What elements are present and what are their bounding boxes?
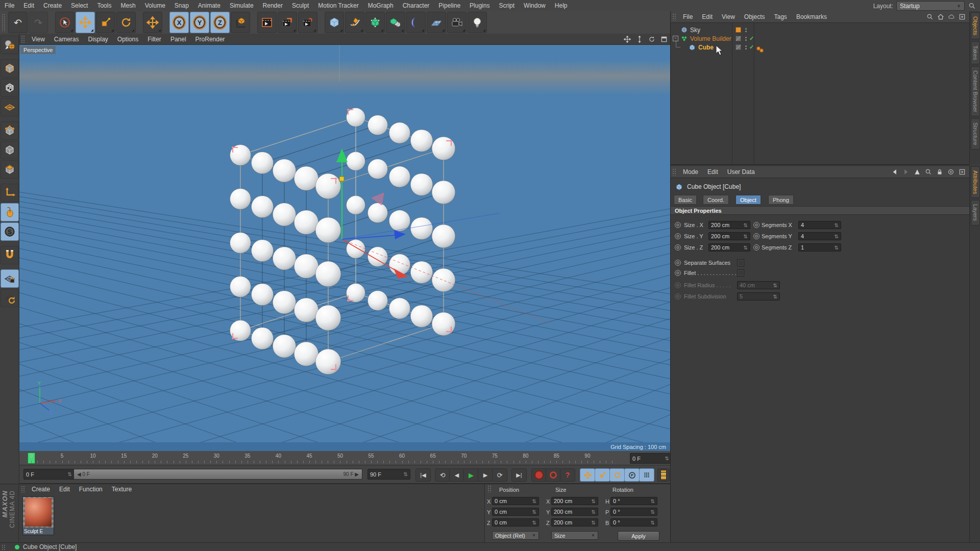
coords-field-rotation-p[interactable]: 0 °⇅: [610, 508, 657, 516]
rotate-workplane-button[interactable]: [1, 289, 19, 307]
frame-spinner[interactable]: 0 F ⇅: [23, 469, 75, 480]
zoom-icon[interactable]: [635, 35, 644, 43]
viewport-menubar-grip[interactable]: [21, 35, 26, 43]
viewport-menu-cameras[interactable]: Cameras: [50, 34, 84, 45]
key-radio[interactable]: [675, 270, 681, 276]
coords-mode-dropdown[interactable]: Object (Rel) ▼: [492, 531, 539, 540]
value-field[interactable]: 4⇅: [798, 221, 841, 229]
pan-icon[interactable]: [623, 35, 631, 43]
object-manager-menu-edit[interactable]: Edit: [697, 11, 717, 22]
checkbox[interactable]: [737, 269, 744, 277]
key-radio[interactable]: [675, 222, 681, 228]
floor-button[interactable]: [427, 12, 446, 33]
viewport-menu-options[interactable]: Options: [113, 34, 143, 45]
live-selection-button[interactable]: [55, 12, 75, 33]
side-tab-layers[interactable]: Layers: [971, 200, 980, 225]
menu-script[interactable]: Script: [494, 0, 519, 11]
object-manager-menu-file[interactable]: File: [678, 11, 697, 22]
workplane-mode-button[interactable]: [1, 98, 19, 116]
side-tab-structure[interactable]: Structure: [971, 118, 980, 149]
polygons-mode-button[interactable]: [1, 160, 19, 179]
menu-sculpt[interactable]: Sculpt: [287, 0, 313, 11]
key-radio[interactable]: [753, 222, 760, 228]
side-tab-content-browser[interactable]: Content Browser: [971, 66, 980, 116]
focus-icon[interactable]: [947, 168, 955, 176]
menu-volume[interactable]: Volume: [140, 0, 170, 11]
material-menu-edit[interactable]: Edit: [55, 484, 75, 495]
goto-start-button[interactable]: |◀: [415, 468, 431, 482]
up-icon[interactable]: [913, 168, 921, 176]
y-axis-lock-button[interactable]: Y: [190, 12, 209, 33]
menu-select[interactable]: Select: [66, 0, 92, 11]
texture-mode-button[interactable]: [1, 79, 19, 97]
tag-icons[interactable]: [756, 44, 765, 52]
viewport-canvas[interactable]: Perspective Y X Z Grid Spacing : 100 cm: [19, 45, 670, 451]
maximize-view-icon[interactable]: [660, 35, 668, 43]
toolbar-grip[interactable]: [2, 14, 6, 31]
search-icon[interactable]: [968, 2, 976, 10]
visibility-toggle[interactable]: [736, 36, 741, 41]
last-tool-move-button[interactable]: [143, 12, 162, 33]
key-radio[interactable]: [753, 233, 760, 239]
camera-label[interactable]: Perspective: [20, 46, 56, 54]
tree-row-sky[interactable]: Sky: [671, 26, 969, 34]
model-mode-button[interactable]: [1, 36, 19, 54]
value-field[interactable]: 200 cm⇅: [708, 232, 750, 240]
key-rotation-button[interactable]: [609, 468, 625, 482]
search-icon[interactable]: [926, 13, 934, 21]
current-frame-field[interactable]: 0 F ⇅: [630, 453, 672, 464]
value-field[interactable]: 5⇅: [737, 292, 780, 300]
coords-grip[interactable]: [487, 485, 492, 492]
redo-button[interactable]: ↷: [29, 12, 48, 33]
stepper-icon[interactable]: ⇅: [404, 471, 408, 477]
move-tool-button[interactable]: [76, 12, 95, 33]
object-manager-menu-tags[interactable]: Tags: [770, 11, 792, 22]
tab-coord[interactable]: Coord.: [703, 195, 729, 205]
stepper-icon[interactable]: ⇅: [665, 456, 669, 461]
coords-field-size-y[interactable]: 200 cm⇅: [551, 508, 598, 516]
forward-icon[interactable]: [902, 168, 910, 176]
pen-spline-button[interactable]: [345, 12, 364, 33]
menu-file[interactable]: File: [0, 0, 19, 11]
add-panel-icon[interactable]: [958, 168, 966, 176]
object-mode-button[interactable]: [1, 59, 19, 78]
viewport-menu-view[interactable]: View: [27, 34, 50, 45]
attr-grip[interactable]: [672, 168, 677, 176]
stepper-icon[interactable]: ⇅: [68, 471, 72, 477]
render-settings-button[interactable]: [298, 12, 317, 33]
attribute-menu-edit[interactable]: Edit: [703, 166, 723, 178]
camera-button[interactable]: [447, 12, 467, 33]
menu-tools[interactable]: Tools: [92, 0, 116, 11]
side-tab-objects[interactable]: Objects: [971, 12, 980, 39]
key-parameter-button[interactable]: P: [624, 468, 640, 482]
viewport-menu-filter[interactable]: Filter: [143, 34, 166, 45]
menu-pipeline[interactable]: Pipeline: [434, 0, 465, 11]
material-menubar-grip[interactable]: [21, 486, 26, 493]
rotate-view-icon[interactable]: [648, 35, 656, 43]
value-field[interactable]: 200 cm⇅: [708, 243, 750, 252]
add-cube-button[interactable]: [325, 12, 344, 33]
menu-motion-tracker[interactable]: Motion Tracker: [313, 0, 363, 11]
coords-field-size-x[interactable]: 200 cm⇅: [551, 497, 598, 505]
coords-field-position-z[interactable]: 0 cm⇅: [492, 518, 539, 527]
apply-button[interactable]: Apply: [618, 531, 659, 541]
key-pla-button[interactable]: [639, 468, 654, 482]
menu-mesh[interactable]: Mesh: [116, 0, 140, 11]
magnet-snap-button[interactable]: [1, 246, 19, 264]
menu-create[interactable]: Create: [39, 0, 66, 11]
clone-array-button[interactable]: [386, 12, 405, 33]
layer-color-toggle[interactable]: [736, 27, 741, 33]
layout-select[interactable]: Startup ▼: [896, 1, 965, 11]
material-item[interactable]: Sculpt E: [22, 496, 54, 535]
side-tab-takes[interactable]: Takes: [971, 41, 980, 64]
previous-frame-button[interactable]: ◀: [449, 468, 464, 482]
play-reverse-button[interactable]: ⟲: [435, 468, 450, 482]
goto-end-button[interactable]: ▶|: [511, 468, 527, 482]
key-radio[interactable]: [675, 260, 681, 266]
play-button[interactable]: ▶: [463, 468, 479, 482]
points-mode-button[interactable]: [1, 121, 19, 140]
coords-field-size-z[interactable]: 200 cm⇅: [551, 518, 598, 527]
value-field[interactable]: 40 cm⇅: [737, 281, 780, 289]
value-field[interactable]: 200 cm⇅: [708, 221, 750, 229]
cloud-icon[interactable]: [947, 13, 955, 21]
